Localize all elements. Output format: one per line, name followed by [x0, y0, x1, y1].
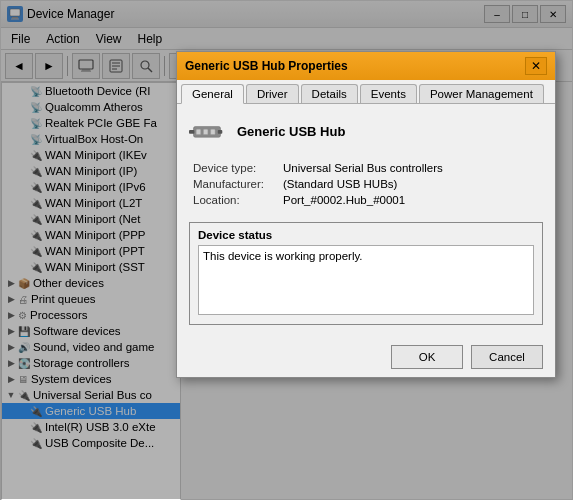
prop-device-type-value: Universal Serial Bus controllers	[279, 160, 543, 176]
prop-manufacturer-label: Manufacturer:	[189, 176, 279, 192]
tab-events[interactable]: Events	[360, 84, 417, 103]
property-row: Manufacturer: (Standard USB HUBs)	[189, 176, 543, 192]
svg-rect-19	[189, 130, 194, 134]
prop-device-type-label: Device type:	[189, 160, 279, 176]
main-window: Device Manager – □ ✕ File Action View He…	[0, 0, 573, 500]
properties-table: Device type: Universal Serial Bus contro…	[189, 160, 543, 208]
tab-power-management[interactable]: Power Management	[419, 84, 544, 103]
svg-rect-16	[203, 129, 208, 134]
device-status-group: Device status This device is working pro…	[189, 222, 543, 325]
svg-rect-15	[196, 129, 201, 134]
prop-manufacturer-value: (Standard USB HUBs)	[279, 176, 543, 192]
dialog-title: Generic USB Hub Properties	[185, 59, 525, 73]
dialog-title-bar: Generic USB Hub Properties ✕	[177, 52, 555, 80]
cancel-button[interactable]: Cancel	[471, 345, 543, 369]
modal-overlay: Generic USB Hub Properties ✕ General Dri…	[1, 1, 572, 499]
properties-dialog: Generic USB Hub Properties ✕ General Dri…	[176, 51, 556, 378]
property-row: Device type: Universal Serial Bus contro…	[189, 160, 543, 176]
tab-details[interactable]: Details	[301, 84, 358, 103]
status-group-label: Device status	[198, 229, 534, 241]
property-row: Location: Port_#0002.Hub_#0001	[189, 192, 543, 208]
prop-location-label: Location:	[189, 192, 279, 208]
dialog-close-button[interactable]: ✕	[525, 57, 547, 75]
device-status-textarea[interactable]: This device is working properly.	[198, 245, 534, 315]
tab-driver[interactable]: Driver	[246, 84, 299, 103]
ok-button[interactable]: OK	[391, 345, 463, 369]
device-name: Generic USB Hub	[237, 124, 345, 139]
svg-rect-17	[211, 129, 216, 134]
dialog-buttons: OK Cancel	[177, 337, 555, 377]
svg-rect-18	[218, 130, 223, 134]
prop-location-value: Port_#0002.Hub_#0001	[279, 192, 543, 208]
dialog-tabs: General Driver Details Events Power Mana…	[177, 80, 555, 104]
device-header: Generic USB Hub	[189, 116, 543, 146]
tab-general[interactable]: General	[181, 84, 244, 104]
usb-hub-icon	[189, 116, 225, 146]
dialog-content: Generic USB Hub Device type: Universal S…	[177, 104, 555, 337]
